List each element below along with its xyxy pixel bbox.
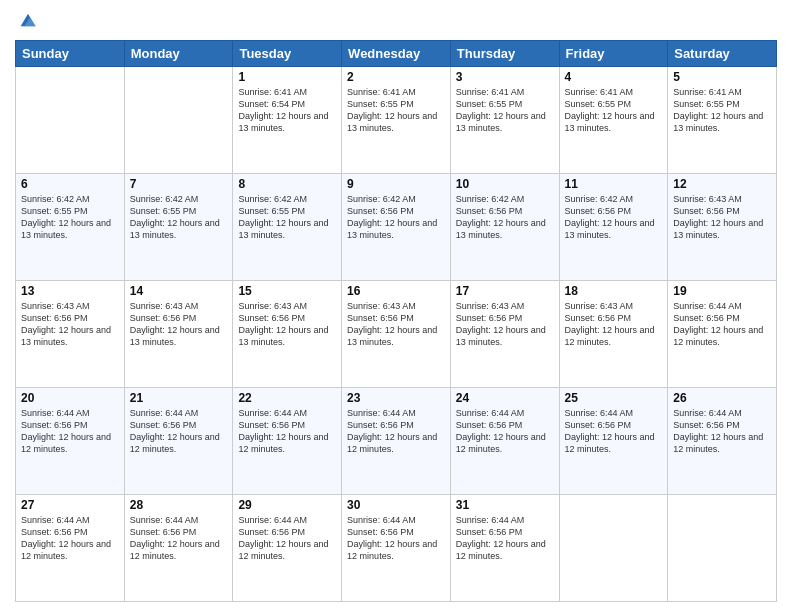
calendar-cell: 26Sunrise: 6:44 AM Sunset: 6:56 PM Dayli… bbox=[668, 388, 777, 495]
day-info: Sunrise: 6:44 AM Sunset: 6:56 PM Dayligh… bbox=[347, 407, 445, 456]
day-info: Sunrise: 6:41 AM Sunset: 6:55 PM Dayligh… bbox=[673, 86, 771, 135]
day-number: 15 bbox=[238, 284, 336, 298]
calendar-cell: 28Sunrise: 6:44 AM Sunset: 6:56 PM Dayli… bbox=[124, 495, 233, 602]
day-number: 24 bbox=[456, 391, 554, 405]
day-number: 25 bbox=[565, 391, 663, 405]
col-header-monday: Monday bbox=[124, 41, 233, 67]
calendar-cell: 18Sunrise: 6:43 AM Sunset: 6:56 PM Dayli… bbox=[559, 281, 668, 388]
calendar-cell: 13Sunrise: 6:43 AM Sunset: 6:56 PM Dayli… bbox=[16, 281, 125, 388]
calendar-cell: 9Sunrise: 6:42 AM Sunset: 6:56 PM Daylig… bbox=[342, 174, 451, 281]
day-number: 21 bbox=[130, 391, 228, 405]
col-header-thursday: Thursday bbox=[450, 41, 559, 67]
day-number: 1 bbox=[238, 70, 336, 84]
day-number: 29 bbox=[238, 498, 336, 512]
calendar-week-1: 1Sunrise: 6:41 AM Sunset: 6:54 PM Daylig… bbox=[16, 67, 777, 174]
calendar-cell: 22Sunrise: 6:44 AM Sunset: 6:56 PM Dayli… bbox=[233, 388, 342, 495]
day-info: Sunrise: 6:43 AM Sunset: 6:56 PM Dayligh… bbox=[21, 300, 119, 349]
day-info: Sunrise: 6:44 AM Sunset: 6:56 PM Dayligh… bbox=[456, 407, 554, 456]
calendar-cell: 11Sunrise: 6:42 AM Sunset: 6:56 PM Dayli… bbox=[559, 174, 668, 281]
day-number: 28 bbox=[130, 498, 228, 512]
day-number: 23 bbox=[347, 391, 445, 405]
day-number: 3 bbox=[456, 70, 554, 84]
calendar-cell bbox=[559, 495, 668, 602]
day-info: Sunrise: 6:41 AM Sunset: 6:55 PM Dayligh… bbox=[456, 86, 554, 135]
page-header bbox=[15, 10, 777, 32]
calendar-cell: 21Sunrise: 6:44 AM Sunset: 6:56 PM Dayli… bbox=[124, 388, 233, 495]
day-info: Sunrise: 6:44 AM Sunset: 6:56 PM Dayligh… bbox=[456, 514, 554, 563]
day-info: Sunrise: 6:43 AM Sunset: 6:56 PM Dayligh… bbox=[347, 300, 445, 349]
calendar-cell: 4Sunrise: 6:41 AM Sunset: 6:55 PM Daylig… bbox=[559, 67, 668, 174]
day-info: Sunrise: 6:43 AM Sunset: 6:56 PM Dayligh… bbox=[673, 193, 771, 242]
calendar-week-3: 13Sunrise: 6:43 AM Sunset: 6:56 PM Dayli… bbox=[16, 281, 777, 388]
calendar-cell: 23Sunrise: 6:44 AM Sunset: 6:56 PM Dayli… bbox=[342, 388, 451, 495]
day-number: 20 bbox=[21, 391, 119, 405]
calendar-week-4: 20Sunrise: 6:44 AM Sunset: 6:56 PM Dayli… bbox=[16, 388, 777, 495]
col-header-sunday: Sunday bbox=[16, 41, 125, 67]
calendar-table: SundayMondayTuesdayWednesdayThursdayFrid… bbox=[15, 40, 777, 602]
logo-icon bbox=[17, 10, 39, 32]
calendar-cell: 6Sunrise: 6:42 AM Sunset: 6:55 PM Daylig… bbox=[16, 174, 125, 281]
calendar-cell: 24Sunrise: 6:44 AM Sunset: 6:56 PM Dayli… bbox=[450, 388, 559, 495]
day-info: Sunrise: 6:42 AM Sunset: 6:55 PM Dayligh… bbox=[21, 193, 119, 242]
day-number: 27 bbox=[21, 498, 119, 512]
day-info: Sunrise: 6:42 AM Sunset: 6:55 PM Dayligh… bbox=[130, 193, 228, 242]
day-info: Sunrise: 6:41 AM Sunset: 6:55 PM Dayligh… bbox=[565, 86, 663, 135]
day-info: Sunrise: 6:44 AM Sunset: 6:56 PM Dayligh… bbox=[347, 514, 445, 563]
calendar-cell: 17Sunrise: 6:43 AM Sunset: 6:56 PM Dayli… bbox=[450, 281, 559, 388]
day-info: Sunrise: 6:43 AM Sunset: 6:56 PM Dayligh… bbox=[130, 300, 228, 349]
day-number: 26 bbox=[673, 391, 771, 405]
col-header-saturday: Saturday bbox=[668, 41, 777, 67]
day-info: Sunrise: 6:44 AM Sunset: 6:56 PM Dayligh… bbox=[565, 407, 663, 456]
calendar-cell: 12Sunrise: 6:43 AM Sunset: 6:56 PM Dayli… bbox=[668, 174, 777, 281]
calendar-cell: 31Sunrise: 6:44 AM Sunset: 6:56 PM Dayli… bbox=[450, 495, 559, 602]
day-info: Sunrise: 6:44 AM Sunset: 6:56 PM Dayligh… bbox=[130, 407, 228, 456]
calendar-header-row: SundayMondayTuesdayWednesdayThursdayFrid… bbox=[16, 41, 777, 67]
day-info: Sunrise: 6:44 AM Sunset: 6:56 PM Dayligh… bbox=[673, 300, 771, 349]
calendar-cell: 7Sunrise: 6:42 AM Sunset: 6:55 PM Daylig… bbox=[124, 174, 233, 281]
day-number: 13 bbox=[21, 284, 119, 298]
day-info: Sunrise: 6:42 AM Sunset: 6:55 PM Dayligh… bbox=[238, 193, 336, 242]
day-info: Sunrise: 6:43 AM Sunset: 6:56 PM Dayligh… bbox=[456, 300, 554, 349]
day-info: Sunrise: 6:42 AM Sunset: 6:56 PM Dayligh… bbox=[456, 193, 554, 242]
day-info: Sunrise: 6:43 AM Sunset: 6:56 PM Dayligh… bbox=[238, 300, 336, 349]
logo bbox=[15, 10, 39, 32]
day-info: Sunrise: 6:44 AM Sunset: 6:56 PM Dayligh… bbox=[21, 407, 119, 456]
day-number: 12 bbox=[673, 177, 771, 191]
calendar-week-2: 6Sunrise: 6:42 AM Sunset: 6:55 PM Daylig… bbox=[16, 174, 777, 281]
day-info: Sunrise: 6:44 AM Sunset: 6:56 PM Dayligh… bbox=[238, 514, 336, 563]
col-header-friday: Friday bbox=[559, 41, 668, 67]
day-number: 22 bbox=[238, 391, 336, 405]
calendar-cell: 5Sunrise: 6:41 AM Sunset: 6:55 PM Daylig… bbox=[668, 67, 777, 174]
calendar-cell: 20Sunrise: 6:44 AM Sunset: 6:56 PM Dayli… bbox=[16, 388, 125, 495]
day-number: 9 bbox=[347, 177, 445, 191]
calendar-cell: 25Sunrise: 6:44 AM Sunset: 6:56 PM Dayli… bbox=[559, 388, 668, 495]
calendar-cell: 16Sunrise: 6:43 AM Sunset: 6:56 PM Dayli… bbox=[342, 281, 451, 388]
day-number: 30 bbox=[347, 498, 445, 512]
calendar-cell: 30Sunrise: 6:44 AM Sunset: 6:56 PM Dayli… bbox=[342, 495, 451, 602]
col-header-wednesday: Wednesday bbox=[342, 41, 451, 67]
day-number: 8 bbox=[238, 177, 336, 191]
calendar-cell: 27Sunrise: 6:44 AM Sunset: 6:56 PM Dayli… bbox=[16, 495, 125, 602]
calendar-cell: 15Sunrise: 6:43 AM Sunset: 6:56 PM Dayli… bbox=[233, 281, 342, 388]
calendar-cell: 14Sunrise: 6:43 AM Sunset: 6:56 PM Dayli… bbox=[124, 281, 233, 388]
calendar-cell: 10Sunrise: 6:42 AM Sunset: 6:56 PM Dayli… bbox=[450, 174, 559, 281]
day-info: Sunrise: 6:42 AM Sunset: 6:56 PM Dayligh… bbox=[347, 193, 445, 242]
day-info: Sunrise: 6:43 AM Sunset: 6:56 PM Dayligh… bbox=[565, 300, 663, 349]
calendar-cell: 8Sunrise: 6:42 AM Sunset: 6:55 PM Daylig… bbox=[233, 174, 342, 281]
day-number: 10 bbox=[456, 177, 554, 191]
day-number: 17 bbox=[456, 284, 554, 298]
day-info: Sunrise: 6:44 AM Sunset: 6:56 PM Dayligh… bbox=[673, 407, 771, 456]
calendar-cell: 3Sunrise: 6:41 AM Sunset: 6:55 PM Daylig… bbox=[450, 67, 559, 174]
day-number: 6 bbox=[21, 177, 119, 191]
day-info: Sunrise: 6:41 AM Sunset: 6:54 PM Dayligh… bbox=[238, 86, 336, 135]
calendar-cell: 19Sunrise: 6:44 AM Sunset: 6:56 PM Dayli… bbox=[668, 281, 777, 388]
calendar-cell bbox=[124, 67, 233, 174]
calendar-cell bbox=[668, 495, 777, 602]
calendar-cell bbox=[16, 67, 125, 174]
day-info: Sunrise: 6:44 AM Sunset: 6:56 PM Dayligh… bbox=[21, 514, 119, 563]
day-number: 5 bbox=[673, 70, 771, 84]
calendar-week-5: 27Sunrise: 6:44 AM Sunset: 6:56 PM Dayli… bbox=[16, 495, 777, 602]
day-number: 7 bbox=[130, 177, 228, 191]
calendar-cell: 29Sunrise: 6:44 AM Sunset: 6:56 PM Dayli… bbox=[233, 495, 342, 602]
day-number: 16 bbox=[347, 284, 445, 298]
